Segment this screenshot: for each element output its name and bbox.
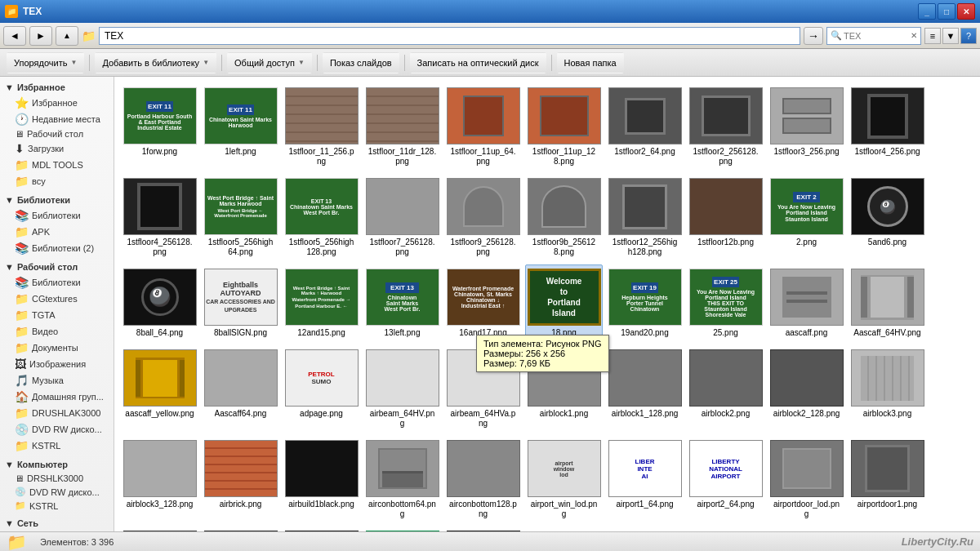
favorites-header[interactable]: ▼ Избранное	[0, 80, 114, 95]
file-item[interactable]: EXIT 11 Portland Harbour South & East Po…	[121, 83, 198, 171]
computer-header[interactable]: ▼Компьютер	[0, 457, 114, 472]
sidebar-item-kstrl[interactable]: 📁KSTRL	[0, 438, 114, 454]
file-item[interactable]: aascaff.png	[768, 264, 845, 342]
share-button[interactable]: Общий доступ ▼	[227, 52, 312, 73]
file-item[interactable]: 1stfloor_11up_64.png	[444, 83, 522, 171]
burn-button[interactable]: Записать на оптический диск	[410, 52, 546, 73]
file-item[interactable]: 1stfloor7_256128.png	[363, 174, 441, 261]
search-input[interactable]	[844, 31, 909, 41]
file-item[interactable]: airportdoor1.png	[849, 436, 926, 523]
file-item[interactable]: 🎱 8ball_64.png	[121, 264, 198, 342]
address-input[interactable]	[99, 27, 800, 45]
sidebar-item-libs2[interactable]: 📚Библиотеки (2)	[0, 240, 114, 256]
file-item[interactable]: PETROLSUMO adpage.png	[283, 345, 360, 433]
file-item[interactable]: airportwindowlod airport_win_lod.png	[525, 436, 603, 523]
sidebar-item-music[interactable]: 🎵Музыка	[0, 372, 114, 389]
file-item[interactable]: airportdoor1128.png	[444, 527, 522, 531]
file-item[interactable]: airbrick.png	[202, 436, 279, 523]
file-item[interactable]: EXIT 19 Hepburn HeightsPorter TunnelChin…	[606, 264, 684, 342]
file-item[interactable]: airportdoor_lod.png	[768, 436, 845, 523]
file-item[interactable]: EXIT 25 You Are Now LeavingPortland Isla…	[687, 264, 764, 342]
file-grid-container[interactable]: EXIT 11 Portland Harbour South & East Po…	[114, 77, 980, 531]
sidebar-item-downloads[interactable]: ⬇Загрузки	[0, 140, 114, 157]
file-item[interactable]: 1stfloor2_256128.png	[687, 83, 764, 171]
file-item[interactable]: 1stfloor_11_256.png	[283, 83, 360, 171]
sidebar-item-recent[interactable]: 🕐Недавние места	[0, 111, 114, 127]
file-item[interactable]: airportdoor2.png	[121, 527, 198, 531]
file-item[interactable]: 1stfloor4_256128.png	[121, 174, 198, 261]
add-to-library-button[interactable]: Добавить в библиотеку ▼	[95, 52, 216, 73]
sidebar-item-images[interactable]: 🖼Изображения	[0, 356, 114, 372]
file-item[interactable]: 1stfloor_11dr_128.png	[363, 83, 441, 171]
file-item[interactable]: 1stfloor_11up_128.png	[525, 83, 603, 171]
file-item[interactable]: LIBERTYNATIONALAIRPORT airport2_64.png	[687, 436, 764, 523]
file-item[interactable]: EXIT 13 Chinatown Saint Marks West Port …	[283, 174, 360, 261]
file-item[interactable]: aascaff_yellow.png	[121, 345, 198, 433]
sidebar-item-dvd[interactable]: 💿DVD RW диско...	[0, 421, 114, 438]
file-item[interactable]: airbuild1black.png	[283, 436, 360, 523]
maximize-button[interactable]: □	[938, 3, 956, 20]
file-item[interactable]: EXIT 2 You Are Now Leaving Portland Isla…	[768, 174, 845, 261]
file-item[interactable]: airbeam_64HV.png	[363, 345, 441, 433]
file-item[interactable]: airblock2.png	[687, 345, 764, 433]
file-item[interactable]: Aascaff_64HV.png	[849, 264, 926, 342]
sidebar-item-vsu[interactable]: 📁всу	[0, 173, 114, 189]
file-item[interactable]: Aascaff64.png	[202, 345, 279, 433]
sidebar-item-mdltools[interactable]: 📁MDL TOOLS	[0, 157, 114, 173]
file-item[interactable]: 1stfloor12b.png	[687, 174, 764, 261]
sidebar-item-computer[interactable]: 🖥DRSHLK3000	[0, 472, 114, 485]
sidebar-item-video[interactable]: 📁Видео	[0, 323, 114, 340]
file-item[interactable]: 🎱 5and6.png	[849, 174, 926, 261]
file-item[interactable]: airconbottom64.png	[363, 436, 441, 523]
sidebar-item-desktop[interactable]: 🖥Рабочий стол	[0, 127, 114, 140]
sidebar-item-apk[interactable]: 📁APK	[0, 224, 114, 240]
file-item[interactable]: Waterfront PromenadeChinatown, St. Marks…	[444, 264, 522, 342]
sidebar-item-kstrl2[interactable]: 📁KSTRL	[0, 499, 114, 513]
sidebar-item-libs3[interactable]: 📚Библиотеки	[0, 274, 114, 291]
file-item[interactable]: airblock3_128.png	[121, 436, 198, 523]
file-item[interactable]: EightballsAUTOYARDCAR ACCESSORIES AND UP…	[202, 264, 279, 342]
file-item[interactable]: airconbottom128.png	[444, 436, 522, 523]
file-item[interactable]: EXIT 13 ChinatownSaint MarksWest Port Br…	[363, 264, 441, 342]
file-item[interactable]: 1stfloor2_64.png	[606, 83, 684, 171]
sidebar-item-home[interactable]: 🏠Домашняя груп...	[0, 389, 114, 405]
file-item[interactable]: 1stfloor3_256.png	[768, 83, 845, 171]
file-item[interactable]: West Port Bridge ↑ Saint Marks ↑ Harwood…	[283, 264, 360, 342]
libraries-header[interactable]: ▼ Библиотеки	[0, 193, 114, 207]
slideshow-button[interactable]: Показ слайдов	[323, 52, 399, 73]
search-clear-icon[interactable]: ✕	[911, 31, 917, 40]
network-header[interactable]: ▼Сеть	[0, 516, 114, 531]
file-item[interactable]: 1stfloor12_256high128.png	[606, 174, 684, 261]
organize-button[interactable]: Упорядочить ▼	[7, 52, 84, 73]
file-item[interactable]: airportdoor3.png	[283, 527, 360, 531]
help-button[interactable]: ?	[960, 28, 977, 44]
new-folder-button[interactable]: Новая папка	[557, 52, 624, 73]
sidebar-item-drush[interactable]: 📁DRUSHLAK3000	[0, 405, 114, 421]
back-button[interactable]: ◄	[3, 26, 26, 46]
view-list-button[interactable]: ≡	[924, 28, 941, 44]
close-button[interactable]: ✕	[957, 3, 975, 20]
sidebar-item-libs[interactable]: 📚Библиотеки	[0, 207, 114, 224]
forward-button[interactable]: ►	[29, 26, 52, 46]
file-item[interactable]: airblock1_128.png	[606, 345, 684, 433]
file-item[interactable]: airblock2_128.png	[768, 345, 845, 433]
view-details-button[interactable]: ▼	[942, 28, 959, 44]
sidebar-item-favorites[interactable]: ⭐Избранное	[0, 95, 114, 111]
file-item[interactable]: 1stfloor9b_256128.png	[525, 174, 603, 261]
file-item[interactable]: 1stfloor9_256128.png	[444, 174, 522, 261]
file-item[interactable]: WelcometoPortlandIsland 18.png	[525, 264, 603, 342]
sidebar-item-docs[interactable]: 📁Документы	[0, 340, 114, 356]
file-item[interactable]: West Port Bridge ↑ Saint Marks Harwood W…	[202, 174, 279, 261]
file-item[interactable]: airblock3.png	[849, 345, 926, 433]
file-item[interactable]: 1stfloor4_256.png	[849, 83, 926, 171]
file-item[interactable]: EXIT 11 Chinatown Saint Marks Harwood 1l…	[202, 83, 279, 171]
sidebar-item-cgtex[interactable]: 📁CGtextures	[0, 291, 114, 307]
minimize-button[interactable]: _	[918, 3, 936, 20]
desktop-header[interactable]: ▼ Рабочий стол	[0, 260, 114, 274]
file-item[interactable]: airportdoor4.png	[363, 527, 441, 531]
file-item[interactable]: airportdoor2_64.png	[202, 527, 279, 531]
file-item[interactable]: LIBERINTEAI airport1_64.png	[606, 436, 684, 523]
sidebar-item-tgta[interactable]: 📁TGTA	[0, 307, 114, 323]
sidebar-item-dvd2[interactable]: 💿DVD RW диско...	[0, 485, 114, 499]
go-button[interactable]: →	[804, 27, 823, 45]
